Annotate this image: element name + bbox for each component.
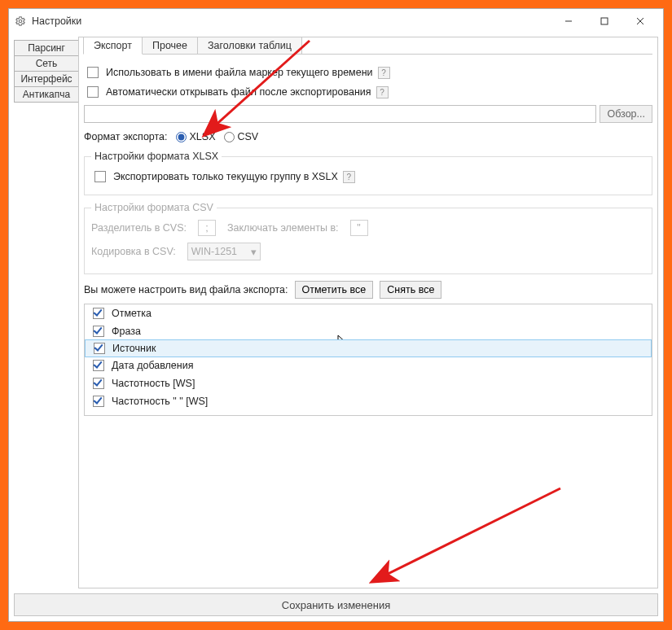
format-label: Формат экспорта: — [84, 131, 168, 142]
auto-open-label: Автоматически открывать файл после экспо… — [106, 86, 371, 98]
export-pane: Использовать в имени файла маркер текуще… — [84, 54, 652, 416]
minimize-button[interactable] — [551, 10, 586, 33]
column-checkbox[interactable] — [93, 326, 104, 337]
format-xlsx-input[interactable] — [176, 132, 187, 142]
column-checkbox[interactable] — [93, 378, 104, 389]
content-panel: Экспорт Прочее Заголовки таблиц Использо… — [78, 37, 658, 588]
side-tab-parsing[interactable]: Парсинг — [14, 40, 79, 56]
svg-point-0 — [19, 20, 22, 23]
list-item[interactable]: Источник — [85, 339, 652, 357]
auto-open-checkbox[interactable] — [87, 86, 99, 98]
top-tabs: Экспорт Прочее Заголовки таблиц — [83, 37, 652, 55]
column-checkbox[interactable] — [93, 360, 104, 371]
list-item[interactable]: Отметка — [85, 304, 652, 322]
csv-quote-input — [350, 220, 368, 236]
column-label: Дата добавления — [112, 360, 193, 371]
xlsx-only-current-label: Экспортировать только текущую группу в X… — [113, 171, 338, 182]
help-icon[interactable]: ? — [376, 86, 389, 98]
column-label: Частотность [WS] — [112, 378, 195, 389]
side-tab-interface[interactable]: Интерфейс — [14, 71, 79, 87]
use-time-marker-label: Использовать в имени файла маркер текуще… — [106, 67, 373, 78]
use-time-marker-checkbox[interactable] — [87, 67, 99, 78]
window-title: Настройки — [32, 15, 551, 27]
list-item[interactable]: Частотность [WS] — [85, 374, 652, 392]
list-item[interactable]: Частотность " " [WS] — [85, 392, 652, 410]
titlebar[interactable]: Настройки — [9, 9, 663, 33]
unmark-all-button[interactable]: Снять все — [380, 281, 441, 299]
svg-line-4 — [637, 18, 643, 24]
csv-group: Настройки формата CSV Разделитель в CVS:… — [84, 202, 652, 274]
column-label: Фраза — [112, 326, 141, 337]
browse-button[interactable]: Обзор... — [600, 105, 652, 123]
save-button[interactable]: Сохранить изменения — [14, 593, 658, 616]
settings-window: Настройки Парсинг Сеть Интерфейс Антикап… — [8, 8, 664, 622]
column-label: Источник — [112, 343, 156, 354]
mark-all-button[interactable]: Отметить все — [295, 281, 374, 299]
chevron-down-icon: ▾ — [251, 246, 257, 258]
close-button[interactable] — [622, 10, 658, 33]
list-item[interactable]: Фраза — [85, 322, 652, 340]
help-icon[interactable]: ? — [343, 171, 355, 183]
csv-sep-input — [198, 220, 216, 236]
gear-icon — [14, 15, 27, 28]
tab-table-headers[interactable]: Заголовки таблиц — [197, 37, 302, 55]
tab-export[interactable]: Экспорт — [83, 37, 143, 55]
help-icon[interactable]: ? — [378, 67, 390, 79]
csv-encoding-select: WIN-1251 ▾ — [187, 243, 261, 260]
xlsx-group: Настройки формата XLSX Экспортировать то… — [84, 151, 652, 195]
list-item[interactable]: Дата добавления — [85, 357, 652, 374]
csv-sep-label: Разделитель в CVS: — [91, 222, 187, 234]
columns-hint: Вы можете настроить вид файла экспорта: — [84, 284, 288, 295]
column-label: Частотность " " [WS] — [112, 396, 208, 407]
format-xlsx-radio[interactable]: XLSX — [176, 131, 216, 142]
tab-other[interactable]: Прочее — [142, 37, 198, 55]
column-checkbox[interactable] — [94, 343, 105, 354]
xlsx-group-title: Настройки формата XLSX — [91, 151, 222, 162]
window-controls — [551, 10, 658, 33]
csv-group-title: Настройки формата CSV — [91, 202, 217, 213]
svg-rect-2 — [601, 18, 608, 24]
format-csv-input[interactable] — [224, 132, 235, 142]
xlsx-only-current-checkbox[interactable] — [94, 171, 106, 182]
columns-listbox[interactable]: ОтметкаФразаИсточникДата добавленияЧасто… — [84, 304, 652, 416]
csv-enc-label: Кодировка в CSV: — [91, 246, 176, 257]
format-csv-radio[interactable]: CSV — [224, 131, 259, 142]
svg-line-3 — [637, 18, 643, 24]
maximize-button[interactable] — [586, 10, 622, 33]
column-checkbox[interactable] — [93, 308, 104, 319]
side-tab-network[interactable]: Сеть — [14, 55, 79, 72]
side-tab-anticaptcha[interactable]: Антикапча — [14, 86, 79, 103]
csv-quote-label: Заключать элементы в: — [227, 222, 339, 234]
column-checkbox[interactable] — [93, 396, 104, 407]
column-label: Отметка — [112, 308, 152, 319]
export-path-input[interactable] — [84, 105, 596, 123]
side-tabs: Парсинг Сеть Интерфейс Антикапча — [14, 37, 79, 588]
